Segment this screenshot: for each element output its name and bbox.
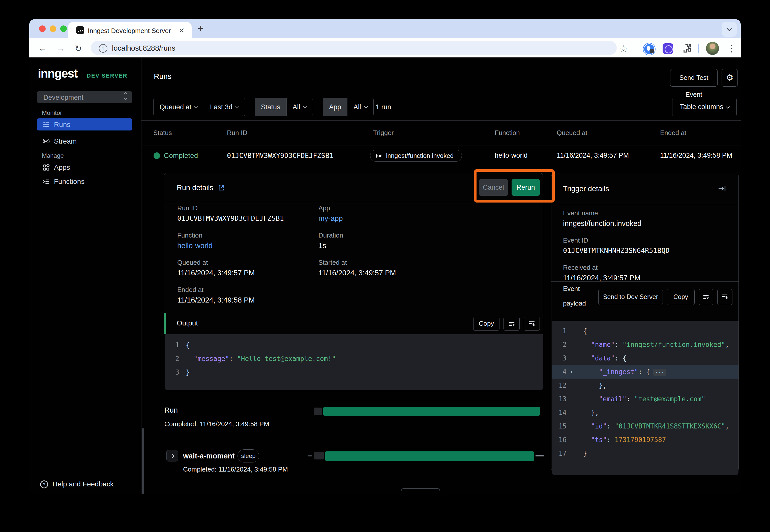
field-label: Duration — [318, 231, 343, 239]
send-to-dev-server-button[interactable]: Send to Dev Server — [598, 289, 663, 305]
field-value-queued: 11/16/2024, 3:49:57 PM — [177, 269, 255, 277]
inngest-favicon-icon — [76, 26, 84, 34]
word-wrap-icon-button[interactable] — [503, 317, 520, 331]
profile-avatar[interactable] — [706, 42, 719, 55]
partial-button[interactable] — [401, 488, 440, 494]
reload-icon[interactable]: ↻ — [75, 43, 82, 53]
chevron-spacer — [566, 447, 576, 460]
code-text: "name": "inngest/function.invoked", — [583, 338, 729, 351]
line-number: 12 — [552, 379, 566, 392]
divider — [551, 205, 739, 205]
new-tab-button[interactable]: + — [198, 23, 204, 34]
code-line: 17} — [552, 447, 739, 460]
site-info-icon[interactable]: i — [99, 44, 107, 53]
send-test-event-button[interactable]: Send Test Event — [670, 69, 718, 87]
app-link[interactable]: my-app — [318, 214, 343, 223]
field-value-ended: 11/16/2024, 3:49:58 PM — [177, 296, 255, 304]
chevron-down-icon — [235, 104, 239, 108]
sidebar-item-functions[interactable]: Functions — [37, 175, 132, 187]
code-text: "data": { — [583, 351, 627, 365]
timeline-tick — [308, 455, 312, 456]
desktop: Inngest Development Server ✕ + ← → ↻ i l… — [0, 0, 770, 532]
svg-text:?: ? — [43, 482, 45, 487]
annotation-highlight-box — [474, 169, 555, 203]
code-line: 2"name": "inngest/function.invoked", — [552, 338, 739, 351]
event-payload-label: payload — [563, 300, 586, 307]
app-filter-label: App — [323, 98, 347, 116]
code-line: 3} — [164, 365, 543, 379]
field-label: Ended at — [177, 286, 204, 294]
timeline-run-chip — [314, 408, 322, 415]
browser-tab[interactable]: Inngest Development Server ✕ — [68, 22, 191, 38]
sidebar-item-runs[interactable]: Runs — [37, 118, 132, 130]
code-line: 14}, — [552, 406, 739, 419]
password-extension-icon[interactable] — [644, 43, 655, 55]
environment-select[interactable]: Development — [37, 91, 132, 103]
queued-at-filter[interactable]: Queued at — [153, 98, 204, 116]
traffic-minimize-button[interactable] — [50, 25, 56, 32]
chevron-spacer — [566, 392, 576, 406]
traffic-maximize-button[interactable] — [60, 25, 67, 32]
scrollbar-thumb[interactable] — [142, 428, 144, 494]
step-expand-button[interactable] — [166, 450, 178, 461]
column-header-trigger[interactable]: Trigger — [373, 129, 394, 137]
column-header-run-id[interactable]: Run ID — [227, 129, 247, 137]
line-number: 13 — [552, 392, 566, 406]
collapsed-content-icon[interactable]: ··· — [653, 369, 666, 376]
tab-search-chevron-button[interactable] — [722, 22, 737, 37]
traffic-close-button[interactable] — [39, 25, 46, 32]
back-icon[interactable]: ← — [38, 43, 47, 53]
output-accent-bar — [164, 313, 166, 334]
code-text: }, — [583, 379, 607, 392]
settings-gear-button[interactable]: ⚙ — [722, 69, 738, 87]
word-wrap-icon-button[interactable] — [699, 289, 713, 305]
function-link[interactable]: hello-world — [177, 242, 213, 250]
output-copy-button[interactable]: Copy — [473, 317, 499, 331]
url-bar[interactable]: i localhost:8288/runs — [91, 41, 617, 55]
column-header-ended-at[interactable]: Ended at — [660, 129, 686, 137]
scroll-to-bottom-icon-button[interactable] — [524, 317, 540, 331]
table-columns-button[interactable]: Table columns — [672, 98, 737, 116]
sidebar-item-label: Functions — [54, 178, 84, 186]
row-ended-at: 11/16/2024, 3:49:58 PM — [660, 152, 732, 159]
code-scroll-gutter — [732, 321, 732, 475]
sidebar-item-label: Runs — [54, 121, 70, 129]
field-value-run-id: 01JCVBTMV3WXY9D3CFDEJFZSB1 — [177, 214, 284, 222]
column-header-queued-at[interactable]: Queued at — [557, 129, 587, 137]
sidebar-item-stream[interactable]: Stream — [37, 135, 132, 147]
chevron-spacer — [566, 419, 576, 433]
trigger-badge[interactable]: inngest/function.invoked — [370, 150, 462, 162]
row-status: Completed — [164, 152, 198, 160]
column-header-function[interactable]: Function — [495, 129, 520, 137]
purple-extension-icon[interactable] — [663, 43, 673, 54]
timeline-run-bar[interactable] — [323, 407, 540, 416]
bookmark-star-icon[interactable]: ☆ — [619, 43, 628, 54]
timeline-step-bar[interactable] — [325, 451, 534, 461]
field-label: Received at — [563, 264, 598, 272]
field-value-received: 11/16/2024, 3:49:57 PM — [563, 274, 641, 282]
scroll-to-bottom-icon-button[interactable] — [717, 289, 732, 305]
code-text: }, — [583, 406, 599, 419]
event-payload-code-block[interactable]: 1{2"name": "inngest/function.invoked",3"… — [552, 321, 739, 475]
kebab-menu-icon[interactable]: ⋮ — [727, 43, 736, 54]
chevron-down-icon — [195, 104, 199, 108]
sidebar-item-apps[interactable]: Apps — [37, 161, 132, 173]
time-range-filter[interactable]: Last 3d — [204, 98, 245, 116]
sidebar-item-label: Apps — [54, 163, 70, 172]
app-filter-value[interactable]: All — [347, 98, 373, 116]
payload-copy-button[interactable]: Copy — [667, 289, 695, 305]
url-text: localhost:8288/runs — [112, 44, 175, 52]
column-header-status[interactable]: Status — [153, 129, 172, 137]
code-line: 1{ — [552, 324, 739, 338]
field-label: Queued at — [177, 259, 208, 267]
output-code-block[interactable]: 1{2"message": "Hello test@example.com!"3… — [164, 334, 543, 390]
chevron-spacer — [566, 406, 576, 419]
tab-close-icon[interactable]: ✕ — [179, 26, 184, 35]
forward-icon[interactable]: → — [56, 43, 65, 53]
field-value-duration: 1s — [318, 242, 326, 250]
trigger-details-title: Trigger details — [563, 185, 609, 193]
status-filter-value[interactable]: All — [287, 98, 313, 116]
code-text: "id": "01JCVBTMTKR41S8STTKEXSKX6C", — [583, 419, 729, 433]
unfold-icon — [124, 93, 127, 99]
collapse-chevron-icon[interactable]: › — [566, 365, 576, 379]
